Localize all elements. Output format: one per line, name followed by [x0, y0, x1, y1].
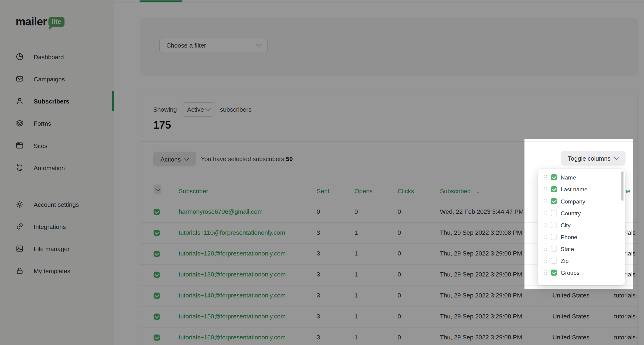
column-header-opens[interactable]: Opens [354, 187, 372, 194]
select-all-dropdown[interactable] [154, 184, 161, 194]
sidebar-item-integrations[interactable]: Integrations [0, 215, 114, 237]
row-checkbox[interactable] [154, 271, 160, 278]
toggle-columns-button[interactable]: Toggle columns [560, 151, 626, 166]
drag-handle-icon[interactable] [544, 258, 547, 263]
showing-row: Showing Active subscribers [153, 102, 252, 117]
menu-item-label: Name [560, 174, 576, 181]
selection-status-count: 50 [286, 155, 293, 162]
name-value: tutorials- [614, 333, 637, 340]
link-icon [16, 222, 24, 231]
tab-bar-bottom-border [114, 0, 644, 3]
drag-handle-icon[interactable] [544, 270, 547, 275]
sidebar-item-account-settings[interactable]: Account settings [0, 193, 114, 215]
menu-item-zip[interactable]: Zip [538, 255, 625, 267]
drag-handle-icon[interactable] [544, 234, 547, 239]
logo-text: mailer [16, 16, 47, 29]
subscriber-email-link[interactable]: harmonyrose6796@gmail.com [179, 208, 262, 215]
column-checkbox[interactable] [551, 174, 557, 180]
subscribers-word: subscribers [220, 106, 252, 113]
subscriber-email-link[interactable]: tutorials+160@forpresentationonly.com [179, 333, 286, 340]
row-checkbox[interactable] [154, 230, 160, 236]
sidebar-item-label: File manager [34, 245, 70, 252]
menu-scrollbar-thumb[interactable] [622, 171, 624, 201]
row-checkbox[interactable] [154, 313, 160, 319]
column-checkbox[interactable] [551, 269, 557, 275]
sidebar-item-campaigns[interactable]: Campaigns [0, 68, 114, 90]
drag-handle-icon[interactable] [544, 223, 547, 227]
country-value: United States [552, 292, 590, 299]
column-checkbox[interactable] [551, 222, 557, 228]
status-select-value: Active [187, 106, 204, 113]
sidebar-item-label: Subscribers [34, 98, 70, 105]
column-checkbox[interactable] [551, 234, 557, 240]
drag-handle-icon[interactable] [544, 175, 547, 180]
sidebar-item-sites[interactable]: Sites [0, 134, 114, 156]
menu-item-company[interactable]: Company [538, 195, 625, 207]
menu-item-name[interactable]: Name [538, 171, 625, 183]
subscriber-count: 175 [153, 119, 171, 132]
clicks-value: 0 [398, 333, 401, 340]
sidebar-item-my-templates[interactable]: My templates [0, 260, 114, 282]
menu-item-label: Zip [560, 257, 568, 264]
column-header-clicks[interactable]: Clicks [398, 187, 414, 194]
column-checkbox[interactable] [551, 246, 557, 252]
selection-status: You have selected subscribers 50 [201, 155, 293, 162]
drag-handle-icon[interactable] [544, 246, 547, 251]
menu-item-city[interactable]: City [538, 219, 625, 231]
drag-handle-icon[interactable] [544, 187, 547, 192]
sidebar-item-subscribers[interactable]: Subscribers [0, 90, 114, 112]
clicks-value: 0 [398, 271, 401, 278]
subscriber-email-link[interactable]: tutorials+110@forpresentationonly.com [179, 229, 285, 236]
sent-value: 3 [317, 229, 320, 236]
menu-item-phone[interactable]: Phone [538, 231, 625, 243]
row-checkbox[interactable] [154, 209, 160, 215]
browser-icon [16, 141, 24, 149]
row-checkbox[interactable] [154, 334, 160, 340]
column-checkbox[interactable] [551, 198, 557, 204]
country-value: United States [552, 312, 590, 319]
chevron-down-icon [155, 186, 160, 191]
sidebar-item-label: Campaigns [34, 75, 65, 82]
sync-icon [16, 164, 24, 172]
choose-filter-select[interactable]: Choose a filter [159, 38, 268, 53]
row-checkbox[interactable] [154, 251, 160, 257]
drag-handle-icon[interactable] [544, 210, 547, 215]
drag-handle-icon[interactable] [544, 199, 547, 203]
sidebar-item-file-manager[interactable]: File manager [0, 237, 114, 260]
clicks-value: 0 [398, 292, 401, 299]
subscriber-email-link[interactable]: tutorials+120@forpresentationonly.com [179, 250, 286, 257]
column-header-subscribed[interactable]: Subscribed ↓ [440, 187, 480, 194]
column-checkbox[interactable] [551, 186, 557, 192]
column-header-sent[interactable]: Sent [317, 187, 329, 194]
mailerlite-logo[interactable]: mailer lite [16, 16, 64, 29]
subscriber-email-link[interactable]: tutorials+140@forpresentationonly.com [179, 292, 286, 299]
menu-item-groups[interactable]: Groups [538, 267, 625, 278]
opens-value: 1 [354, 292, 358, 299]
actions-button[interactable]: Actions [153, 152, 196, 166]
table-row: tutorials+160@forpresentationonly.com 3 … [140, 327, 638, 345]
subscribed-value: Thu, 29 Sep 2022 3:29:08 PM [440, 250, 522, 257]
opens-value: 1 [354, 312, 358, 319]
menu-item-state[interactable]: State [538, 243, 625, 255]
sidebar-item-automation[interactable]: Automation [0, 157, 114, 179]
subscriber-email-link[interactable]: tutorials+130@forpresentationonly.com [179, 271, 286, 278]
selection-status-text: You have selected subscribers [201, 155, 284, 162]
sent-value: 3 [317, 292, 320, 299]
sidebar-item-label: Integrations [34, 223, 66, 230]
column-header-subscriber[interactable]: Subscriber [179, 187, 208, 194]
column-checkbox[interactable] [551, 258, 557, 264]
column-checkbox[interactable] [551, 210, 557, 216]
menu-item-last-name[interactable]: Last name [538, 183, 625, 195]
chevron-down-icon [184, 155, 189, 160]
sidebar-item-dashboard[interactable]: Dashboard [0, 46, 114, 68]
row-checkbox[interactable] [154, 292, 160, 299]
menu-item-country[interactable]: Country [538, 207, 625, 219]
toggle-columns-menu: Name Last name Company Country City Phon… [538, 169, 625, 285]
envelope-icon [16, 75, 24, 83]
sidebar-item-forms[interactable]: Forms [0, 112, 114, 134]
lock-icon [16, 267, 24, 275]
subscriber-email-link[interactable]: tutorials+150@forpresentationonly.com [179, 312, 286, 319]
status-select[interactable]: Active [182, 102, 215, 117]
opens-value: 1 [354, 333, 358, 340]
table-row: tutorials+150@forpresentationonly.com 3 … [140, 306, 638, 327]
